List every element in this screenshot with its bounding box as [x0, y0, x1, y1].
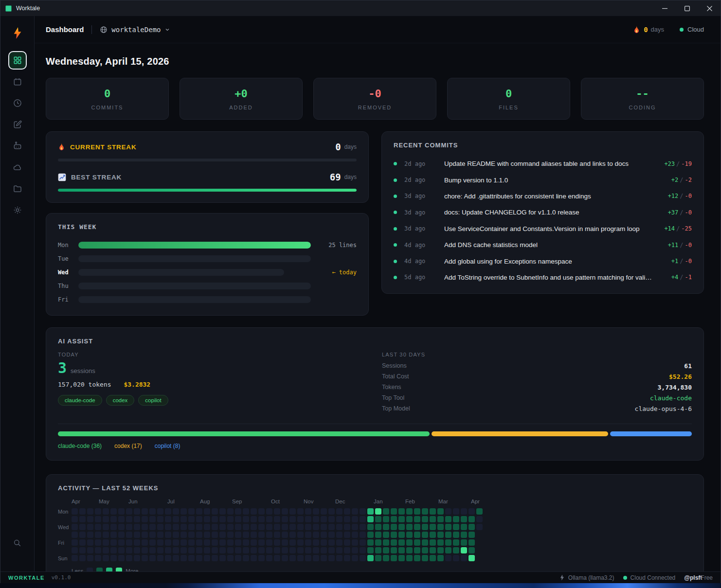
- week-caption: 25 lines: [311, 242, 357, 249]
- sidebar-item-editor[interactable]: [8, 115, 27, 134]
- close-button[interactable]: [698, 0, 721, 16]
- heatmap-cell: [196, 524, 202, 530]
- heatmap-cell: [165, 547, 171, 553]
- heatmap-cell: [165, 539, 171, 546]
- commit-added: +11: [668, 242, 679, 249]
- heatmap-cell: [321, 508, 327, 515]
- heatmap-cell: [79, 539, 86, 546]
- heatmap-cell: [328, 555, 335, 561]
- ai-stat-label: Tokens: [382, 384, 401, 391]
- heatmap-cell: [227, 524, 234, 530]
- commit-row[interactable]: 4d agoAdd global using for Exceptions na…: [394, 253, 692, 269]
- heatmap-cell: [383, 532, 389, 538]
- heatmap-cell: [328, 539, 335, 546]
- heatmap-cells: [72, 547, 483, 553]
- heatmap-cell: [313, 524, 319, 530]
- recent-commits-card: RECENT COMMITS 2d agoUpdate README with …: [381, 131, 704, 294]
- usage-legend-claude-code: claude-code (36): [58, 443, 102, 449]
- minimize-button[interactable]: [653, 0, 676, 16]
- usage-legend-copilot: copilot (8): [155, 443, 180, 449]
- heatmap-cell: [453, 539, 459, 546]
- sidebar-item-cloud[interactable]: [8, 158, 27, 177]
- heatmap-cell: [430, 555, 436, 561]
- sidebar-item-assistant[interactable]: [8, 137, 27, 155]
- heatmap-cell: [142, 539, 148, 546]
- heatmap-cell: [180, 508, 187, 515]
- heatmap-cell: [142, 555, 148, 561]
- heatmap-cell: [391, 532, 397, 538]
- heatmap-cell: [79, 524, 86, 530]
- this-week-title: THIS WEEK: [58, 223, 357, 231]
- commit-added: +4: [671, 274, 678, 281]
- heatmap-cell: [367, 516, 374, 522]
- commit-added: +14: [664, 225, 675, 232]
- commit-row[interactable]: 3d agodocs: Update CHANGELOG for v1.1.0 …: [394, 204, 692, 220]
- heatmap-cell: [118, 524, 125, 530]
- heatmap-cell: [367, 508, 374, 515]
- heatmap-cell: [437, 547, 444, 553]
- heatmap-cell: [375, 532, 381, 538]
- commit-removed: -1: [685, 274, 692, 281]
- heatmap-cell: [266, 539, 272, 546]
- heatmap-cell: [430, 508, 436, 515]
- sidebar-item-dashboard[interactable]: [8, 51, 27, 70]
- sidebar-item-history[interactable]: [8, 94, 27, 112]
- chevron-down-icon: [164, 27, 170, 33]
- commit-row[interactable]: 5d agoAdd ToString override to SubnetInf…: [394, 269, 692, 285]
- heatmap-cell: [103, 516, 109, 522]
- sidebar: [0, 16, 35, 571]
- commit-diff-separator: /: [675, 225, 681, 232]
- heatmap-cell: [251, 555, 257, 561]
- sidebar-item-calendar[interactable]: [8, 72, 27, 91]
- usage-segment-claude-code: [58, 431, 430, 436]
- commit-dot-icon: [394, 276, 397, 279]
- sidebar-item-search[interactable]: [8, 534, 27, 552]
- heatmap-cell: [461, 547, 467, 553]
- heatmap-cell: [173, 547, 179, 553]
- heatmap-cell: [297, 516, 304, 522]
- heatmap-cell: [476, 508, 483, 515]
- heatmap-cell: [103, 532, 109, 538]
- project-selector[interactable]: worktaleDemo: [100, 26, 170, 34]
- commit-age: 4d ago: [404, 258, 434, 265]
- commit-row[interactable]: 3d agoUse ServiceContainer and Constants…: [394, 221, 692, 237]
- commit-row[interactable]: 4d agoAdd DNS cache statistics model+11/…: [394, 237, 692, 253]
- commit-message: Use ServiceContainer and Constants.Versi…: [444, 225, 657, 232]
- cloud-connected-status[interactable]: Cloud Connected: [623, 574, 676, 581]
- commit-dot-icon: [394, 227, 397, 231]
- heatmap-cell: [95, 516, 101, 522]
- best-streak-label: BEST STREAK: [71, 174, 122, 181]
- heatmap-cell: [344, 524, 350, 530]
- ai-stat-row: Top Modelclaude-opus-4-6: [382, 403, 692, 414]
- week-bar-fill: [78, 242, 311, 249]
- heatmap-cell: [149, 547, 156, 553]
- dashboard-content: Wednesday, April 15, 2026 0COMMITS+0ADDE…: [35, 43, 721, 571]
- heatmap-cell: [126, 508, 132, 515]
- heatmap-cell: [258, 516, 265, 522]
- account-status[interactable]: @plsft Free: [684, 574, 713, 581]
- week-bar-zone: [78, 255, 311, 262]
- ollama-status[interactable]: Ollama (llama3.2): [559, 574, 614, 581]
- stat-label: ADDED: [229, 105, 253, 110]
- heatmap-month-label: Apr: [471, 499, 480, 504]
- commit-row[interactable]: 2d agoBump version to 1.1.0+2/-2: [394, 172, 692, 188]
- heatmap-cell: [219, 555, 226, 561]
- heatmap-week-row: Sun: [58, 555, 692, 561]
- commit-message: Add ToString override to SubnetInfo and …: [444, 274, 665, 281]
- heatmap-cell: [274, 555, 280, 561]
- heatmap-cell: [282, 539, 288, 546]
- heatmap-cell: [391, 547, 397, 553]
- heatmap-cell: [157, 524, 163, 530]
- commit-row[interactable]: 3d agochore: Add .gitattributes for cons…: [394, 188, 692, 204]
- heatmap-cell: [282, 516, 288, 522]
- sidebar-item-settings[interactable]: [8, 201, 27, 219]
- maximize-button[interactable]: [676, 0, 698, 16]
- commit-row[interactable]: 2d agoUpdate README with command aliases…: [394, 156, 692, 172]
- heatmap-cell: [142, 508, 148, 515]
- header-streak-count: 0: [644, 26, 648, 34]
- heatmap-cell: [461, 508, 467, 515]
- heatmap-cell: [274, 508, 280, 515]
- sidebar-item-projects[interactable]: [8, 179, 27, 198]
- commit-dot-icon: [394, 243, 397, 247]
- heatmap-cell: [149, 555, 156, 561]
